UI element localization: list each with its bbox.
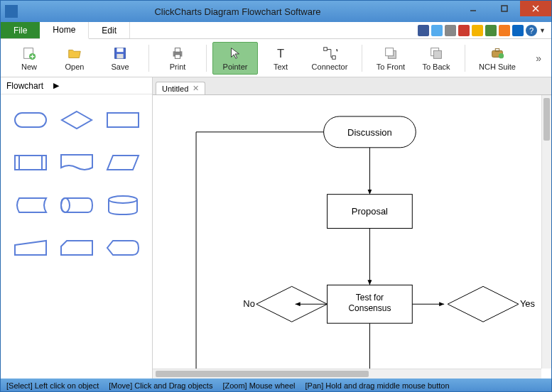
vertical-scrollbar[interactable] bbox=[541, 95, 551, 369]
svg-rect-1 bbox=[502, 6, 507, 11]
svg-rect-19 bbox=[386, 48, 394, 55]
node-test-1: Test for bbox=[356, 293, 384, 303]
shape-data[interactable] bbox=[103, 148, 142, 177]
to-front-label: To Front bbox=[377, 62, 405, 71]
maximize-button[interactable] bbox=[489, 1, 520, 16]
document-tab[interactable]: Untitled ✕ bbox=[156, 82, 205, 94]
linkedin-icon[interactable] bbox=[512, 25, 524, 36]
shape-category-label: Flowchart bbox=[6, 81, 43, 91]
horizontal-scrollbar[interactable] bbox=[153, 369, 541, 379]
svg-rect-10 bbox=[117, 53, 123, 58]
document-tabs: Untitled ✕ bbox=[153, 77, 551, 94]
shape-display[interactable] bbox=[103, 234, 142, 262]
open-button[interactable]: Open bbox=[52, 42, 97, 75]
toolbar-overflow-icon[interactable]: » bbox=[531, 53, 546, 64]
save-icon bbox=[112, 45, 128, 61]
chevron-right-icon: ▶ bbox=[53, 81, 59, 90]
svg-rect-25 bbox=[15, 113, 46, 127]
help-icon[interactable]: ? bbox=[526, 25, 537, 36]
shape-database[interactable] bbox=[103, 191, 142, 219]
menu-edit[interactable]: Edit bbox=[89, 22, 130, 38]
menu-bar: File Home Edit ? ▼ bbox=[1, 22, 551, 39]
text-button[interactable]: T Text bbox=[258, 42, 303, 75]
document-tab-label: Untitled bbox=[162, 85, 188, 93]
pointer-button[interactable]: Pointer bbox=[212, 42, 258, 75]
svg-marker-35 bbox=[61, 241, 92, 255]
connector-button[interactable]: ▾ Connector bbox=[303, 42, 356, 75]
svg-rect-12 bbox=[175, 48, 180, 52]
scrollbar-thumb[interactable] bbox=[543, 98, 550, 141]
menu-home[interactable]: Home bbox=[40, 22, 89, 39]
save-button[interactable]: Save bbox=[97, 42, 143, 75]
text-label: Text bbox=[274, 62, 288, 71]
node-discussion: Discussion bbox=[347, 127, 392, 138]
svg-marker-34 bbox=[15, 241, 46, 255]
shape-grid bbox=[1, 94, 152, 273]
svg-marker-31 bbox=[107, 156, 139, 170]
workspace: Flowchart ▶ Untitled ✕ bbox=[1, 77, 551, 379]
node-no: No bbox=[243, 298, 255, 309]
scrollbar-thumb[interactable] bbox=[156, 371, 369, 377]
open-label: Open bbox=[65, 62, 85, 71]
status-move: [Move] Click and Drag objects bbox=[109, 381, 212, 390]
shape-manual-input[interactable] bbox=[11, 234, 50, 262]
save-label: Save bbox=[111, 62, 129, 71]
menu-file[interactable]: File bbox=[1, 22, 40, 38]
node-test-2: Consensus bbox=[348, 303, 391, 313]
shape-terminator[interactable] bbox=[11, 106, 50, 134]
google-plus-icon[interactable] bbox=[458, 25, 470, 36]
rss-icon[interactable] bbox=[499, 25, 510, 36]
svg-point-32 bbox=[61, 198, 70, 212]
shape-document[interactable] bbox=[57, 148, 96, 177]
svg-rect-21 bbox=[433, 50, 441, 58]
svg-rect-27 bbox=[107, 113, 139, 127]
flowchart-svg: Discussion Proposal Test for Consensus N… bbox=[153, 95, 551, 379]
connector-icon: ▾ bbox=[322, 45, 337, 61]
canvas[interactable]: Discussion Proposal Test for Consensus N… bbox=[153, 94, 551, 379]
nch-suite-label: NCH Suite bbox=[479, 62, 516, 71]
svg-marker-46 bbox=[448, 286, 519, 322]
canvas-area: Untitled ✕ Discussion Proposal bbox=[153, 77, 551, 379]
open-icon bbox=[67, 45, 82, 61]
close-button[interactable] bbox=[520, 1, 551, 16]
nch-suite-button[interactable]: NCH Suite bbox=[471, 42, 524, 75]
bookmark-icon[interactable] bbox=[472, 25, 483, 36]
minimize-button[interactable] bbox=[458, 1, 489, 16]
print-button[interactable]: Print bbox=[155, 42, 200, 75]
shape-process[interactable] bbox=[103, 106, 142, 134]
to-back-button[interactable]: To Back bbox=[413, 42, 459, 75]
shape-panel: Flowchart ▶ bbox=[1, 77, 153, 379]
svg-text:▾: ▾ bbox=[336, 47, 337, 53]
to-back-label: To Back bbox=[422, 62, 450, 71]
to-front-button[interactable]: To Front bbox=[368, 42, 413, 75]
pointer-label: Pointer bbox=[223, 62, 248, 71]
pointer-icon bbox=[227, 45, 243, 61]
status-pan: [Pan] Hold and drag middle mouse button bbox=[305, 381, 450, 390]
close-tab-icon[interactable]: ✕ bbox=[193, 84, 199, 93]
svg-rect-13 bbox=[175, 54, 180, 58]
new-button[interactable]: New bbox=[6, 42, 52, 75]
new-label: New bbox=[21, 62, 37, 71]
shape-card[interactable] bbox=[57, 234, 96, 262]
shape-direct-data[interactable] bbox=[57, 191, 96, 219]
stumble-icon[interactable] bbox=[485, 25, 497, 36]
social-icons: ? ▼ bbox=[418, 22, 551, 38]
to-front-icon bbox=[383, 45, 399, 61]
app-icon bbox=[5, 5, 18, 18]
svg-rect-9 bbox=[117, 48, 123, 52]
svg-point-24 bbox=[499, 53, 504, 58]
shape-category-header[interactable]: Flowchart ▶ bbox=[1, 77, 152, 94]
facebook-icon[interactable] bbox=[418, 25, 429, 36]
shape-decision[interactable] bbox=[57, 106, 96, 134]
help-dropdown-icon[interactable]: ▼ bbox=[539, 27, 546, 34]
share-icon[interactable] bbox=[445, 25, 456, 36]
status-zoom: [Zoom] Mouse wheel bbox=[222, 381, 295, 390]
status-select: [Select] Left click on object bbox=[6, 381, 99, 390]
nch-suite-icon bbox=[489, 45, 505, 61]
twitter-icon[interactable] bbox=[431, 25, 443, 36]
shape-stored-data[interactable] bbox=[11, 191, 50, 219]
connector-label: Connector bbox=[312, 62, 348, 71]
to-back-icon bbox=[428, 45, 444, 61]
title-bar: ClickCharts Diagram Flowchart Software bbox=[1, 1, 551, 22]
shape-predefined[interactable] bbox=[11, 148, 50, 177]
